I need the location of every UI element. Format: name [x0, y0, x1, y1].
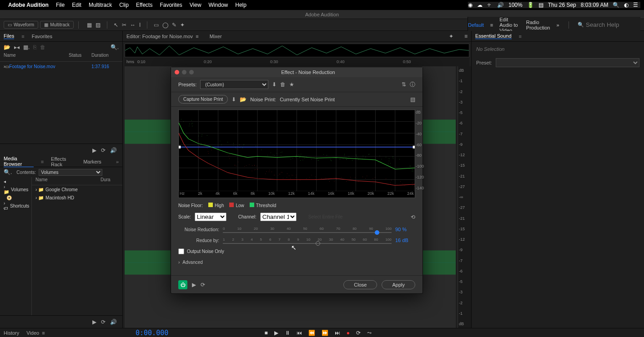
reset-curve-icon[interactable]: ⟲: [411, 214, 415, 220]
save-print-icon[interactable]: ⬇: [231, 96, 236, 103]
favorite-icon[interactable]: ★: [289, 81, 294, 88]
notifications-icon[interactable]: ☰: [633, 2, 638, 8]
rewind-start-button[interactable]: ⏮: [297, 330, 302, 336]
tab-essential-sound[interactable]: Essential Sound: [475, 33, 512, 39]
noise-reduction-value[interactable]: 90: [395, 227, 401, 232]
save-preset-icon[interactable]: ⬇: [272, 81, 277, 88]
output-noise-only-checkbox[interactable]: [178, 248, 184, 254]
workspace-default[interactable]: Default: [468, 22, 484, 28]
menu-favorites[interactable]: Favorites: [160, 2, 182, 8]
list-item[interactable]: › 📁 Google Chrome: [32, 185, 122, 193]
mb-filter-icon[interactable]: 🔍.: [4, 169, 12, 175]
menu-multitrack[interactable]: Multitrack: [89, 2, 112, 8]
close-window-icon[interactable]: [175, 70, 179, 74]
editor-tab[interactable]: Editor: Footage for Noise.mov ≡: [126, 34, 199, 39]
control-center-icon[interactable]: ▤: [538, 2, 543, 8]
cloud-icon[interactable]: ☁: [477, 2, 483, 8]
tree-shortcuts[interactable]: › 🏷 Shortcuts: [0, 202, 31, 210]
menu-clip[interactable]: Clip: [119, 2, 129, 8]
tab-effects-rack[interactable]: Effects Rack: [51, 156, 76, 167]
tab-video[interactable]: Video ≡: [26, 330, 45, 336]
new-multitrack-icon[interactable]: ▦.: [23, 44, 30, 50]
file-row[interactable]: › ▭ Footage for Noise.mov 1:37.916: [0, 62, 122, 71]
razor-tool-icon[interactable]: ✂: [122, 22, 126, 28]
contents-select[interactable]: Volumes: [39, 169, 102, 176]
menu-effects[interactable]: Effects: [136, 2, 152, 8]
skip-selection-button[interactable]: ⤳: [367, 330, 372, 336]
noise-reduction-slider[interactable]: [223, 232, 392, 233]
record-indicator-icon[interactable]: ◉: [468, 2, 473, 8]
new-file-icon[interactable]: ▸◂: [14, 44, 20, 50]
preview-play-icon[interactable]: ▶: [192, 282, 196, 288]
spectral-freq-icon[interactable]: ▦: [87, 22, 92, 28]
filter-search-icon[interactable]: 🔍.: [111, 44, 119, 50]
spotlight-icon[interactable]: 🔍: [613, 2, 619, 8]
tab-favorites[interactable]: Favorites: [32, 34, 52, 39]
rewind-button[interactable]: ⏪: [308, 330, 315, 336]
record-button[interactable]: ●: [347, 330, 350, 336]
hud-icon[interactable]: ✦: [449, 33, 453, 40]
mb-col-dura[interactable]: Dura: [101, 177, 119, 185]
battery-icon[interactable]: 🔋: [527, 2, 534, 8]
waveform-mode-button[interactable]: ▭ Waveform: [4, 21, 38, 29]
load-print-icon[interactable]: 📂: [240, 96, 247, 103]
files-menu-icon[interactable]: ≡: [21, 34, 24, 39]
stop-button[interactable]: ■: [264, 330, 267, 336]
slip-tool-icon[interactable]: ↔: [130, 22, 136, 28]
auto-play-icon[interactable]: 🔊: [110, 147, 117, 154]
forward-end-button[interactable]: ⏭: [335, 330, 340, 336]
noise-reduction-handle[interactable]: [375, 230, 379, 235]
info-icon[interactable]: ⓘ: [410, 81, 415, 89]
reduce-by-value[interactable]: 16: [395, 238, 401, 243]
menu-window[interactable]: Window: [209, 2, 228, 8]
heal-tool-icon[interactable]: ✦: [180, 22, 185, 28]
channel-select[interactable]: Channel 1: [260, 213, 297, 221]
timeline[interactable]: hms 0:10 0:20 0:30 0:40 0:50: [125, 57, 469, 66]
graph-menu-icon[interactable]: ▤: [410, 96, 415, 103]
volume-icon[interactable]: 🔊: [497, 2, 504, 8]
marquee-tool-icon[interactable]: ▭: [154, 22, 159, 28]
preset-select[interactable]: [496, 58, 639, 67]
workspace-radio[interactable]: Radio Production: [526, 20, 550, 30]
menu-help[interactable]: Help: [235, 2, 247, 8]
tab-history[interactable]: History: [4, 330, 19, 336]
brush-tool-icon[interactable]: ✎: [172, 22, 176, 28]
loop-button[interactable]: ⟳: [356, 330, 361, 336]
pause-button[interactable]: ⏸: [285, 330, 290, 336]
mb-play-icon[interactable]: ▶: [92, 319, 96, 325]
play-icon[interactable]: ▶: [92, 147, 96, 154]
preset-select[interactable]: (Custom): [200, 80, 268, 89]
col-status[interactable]: Status: [69, 53, 91, 61]
scale-select[interactable]: Linear: [195, 213, 226, 221]
reduce-by-slider[interactable]: [223, 243, 392, 244]
mb-menu-icon[interactable]: ≡: [41, 159, 44, 164]
wifi-icon[interactable]: ᯤ: [487, 2, 493, 8]
advanced-toggle[interactable]: › Advanced: [171, 257, 423, 268]
minimize-window-icon[interactable]: [182, 70, 186, 74]
siri-icon[interactable]: ◐: [624, 2, 629, 8]
mb-col-name[interactable]: Name: [35, 177, 101, 185]
tab-files[interactable]: Files: [4, 33, 14, 39]
close-button[interactable]: Close: [343, 280, 377, 289]
loop-icon[interactable]: ⟳: [101, 147, 106, 154]
capture-noise-print-button[interactable]: Capture Noise Print: [178, 95, 228, 104]
tree-volumes[interactable]: › 📁 Volumes: [0, 185, 31, 193]
workspace-more-icon[interactable]: »: [556, 22, 559, 28]
route-icon[interactable]: ⇅: [402, 81, 406, 88]
effect-power-button[interactable]: ⏻: [178, 280, 187, 289]
search-input[interactable]: [586, 21, 640, 28]
menu-edit[interactable]: Edit: [72, 2, 81, 8]
reduce-by-handle[interactable]: [316, 241, 320, 246]
spectral-pitch-icon[interactable]: ▨: [96, 22, 101, 28]
tab-markers[interactable]: Markers: [83, 159, 101, 164]
play-button[interactable]: ▶: [274, 330, 278, 336]
editor-menu-icon[interactable]: ≡: [464, 33, 468, 40]
lasso-tool-icon[interactable]: ◯: [162, 22, 168, 28]
list-item[interactable]: › 📁 Macintosh HD: [32, 193, 122, 202]
waveform-overview[interactable]: [125, 44, 469, 57]
spectrum-graph[interactable]: dB-20-40-60-80-100-120-140 Hz2k4k6k8k10k…: [178, 109, 415, 198]
menu-file[interactable]: File: [56, 2, 65, 8]
workspace-menu-icon[interactable]: ≡: [490, 22, 493, 28]
preview-loop-icon[interactable]: ⟳: [201, 282, 205, 288]
move-tool-icon[interactable]: ↖: [114, 22, 118, 28]
